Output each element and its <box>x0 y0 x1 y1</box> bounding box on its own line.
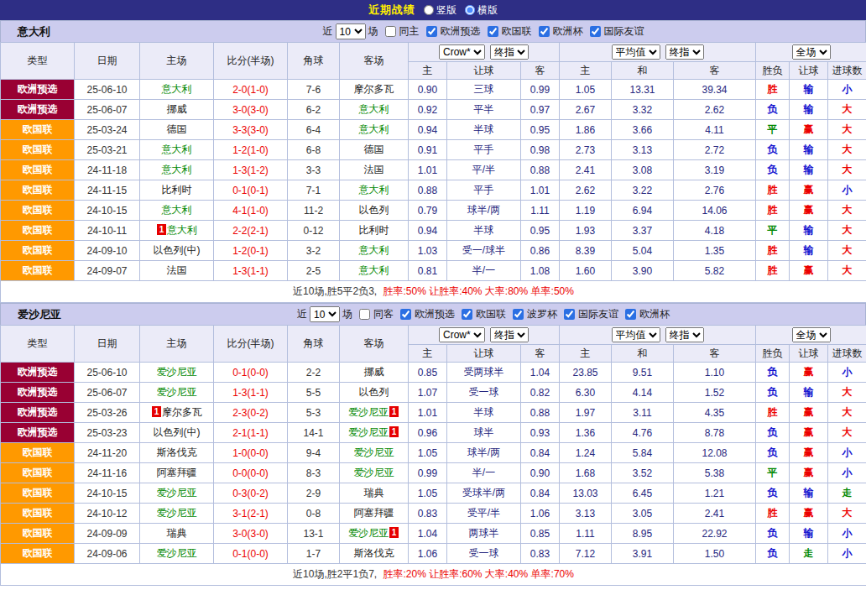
competition-checkbox-0[interactable] <box>426 26 437 37</box>
home-team-name: 法国 <box>167 264 187 276</box>
result-goals-cell: 大 <box>828 423 866 443</box>
odds-away-cell: 0.82 <box>521 383 560 403</box>
average-stage-select[interactable]: 终指 <box>665 327 704 342</box>
home-team-cell: 1意大利 <box>140 221 214 241</box>
avg-home-cell: 1.19 <box>560 201 612 221</box>
result-goals-cell: 小 <box>828 80 866 100</box>
score-cell: 3-0(3-0) <box>214 524 288 544</box>
home-team-name: 爱沙尼亚 <box>157 386 197 398</box>
odds-handicap-cell: 受平/半 <box>447 504 521 524</box>
home-team-cell: 爱沙尼亚 <box>140 363 214 383</box>
result-goals-cell: 小 <box>828 463 866 483</box>
result-handicap-cell: 赢 <box>790 463 828 483</box>
result-goals-cell: 大 <box>828 403 866 423</box>
odds-stage-select[interactable]: 终指 <box>490 327 529 342</box>
layout-radio-vertical-input[interactable] <box>424 5 434 15</box>
team-title: 意大利 <box>1 24 152 39</box>
table-row: 欧国联24-11-16阿塞拜疆0-0(0-0)8-3爱沙尼亚0.99半/一0.9… <box>1 463 866 483</box>
layout-radio-vertical[interactable]: 竖版 <box>424 3 456 18</box>
result-goals-cell: 大 <box>828 100 866 120</box>
result-outcome-cell: 胜 <box>756 180 790 201</box>
average-select[interactable]: 平均值 <box>612 44 660 60</box>
result-handicap-cell: 输 <box>790 140 828 160</box>
odds-away-cell: 1.04 <box>521 363 560 383</box>
result-outcome-cell: 平 <box>756 120 790 140</box>
competition-checkbox-1[interactable] <box>488 26 498 37</box>
recent-count-select[interactable]: 10 <box>336 23 366 39</box>
red-card-badge: 1 <box>157 224 166 235</box>
competition-checkbox-0[interactable] <box>400 309 411 320</box>
date-cell: 25-03-23 <box>75 423 140 443</box>
avg-away-cell: 4.18 <box>674 221 756 241</box>
odds-home-cell: 1.05 <box>409 443 447 463</box>
odds-stage-select[interactable]: 终指 <box>490 44 529 60</box>
avg-home-cell: 1.97 <box>560 403 612 423</box>
sub-col-header-0: 主 <box>409 345 447 363</box>
bookmaker-select[interactable]: Crow* <box>439 44 485 60</box>
date-cell: 24-11-16 <box>75 463 140 483</box>
table-foot: 近10场,胜2平1负7, 胜率:20% 让胜率:60% 大率:40% 单率:70… <box>1 564 866 586</box>
away-team-name: 意大利 <box>359 184 389 196</box>
avg-draw-cell: 3.11 <box>612 403 674 423</box>
layout-radio-horizontal-input[interactable] <box>465 5 475 15</box>
away-team-name: 德国 <box>364 144 384 155</box>
odds-away-cell: 0.85 <box>521 524 560 544</box>
table-row: 欧国联24-11-20斯洛伐克1-0(0-0)9-4爱沙尼亚1.05球半/两0.… <box>1 443 866 463</box>
same-venue-checkbox[interactable] <box>385 26 396 37</box>
home-team-name: 以色列(中) <box>154 426 201 438</box>
corner-cell: 5-5 <box>288 383 340 403</box>
competition-checkbox-3[interactable] <box>590 26 601 37</box>
recent-count-select[interactable]: 10 <box>310 306 340 322</box>
col-header-corner: 角球 <box>288 43 340 80</box>
sub-col-header-6: 胜负 <box>756 345 790 363</box>
odds-handicap-cell: 两球半 <box>447 524 521 544</box>
corner-cell: 1-7 <box>288 544 340 564</box>
competition-label-0: 欧洲预选 <box>415 307 455 321</box>
same-venue-checkbox[interactable] <box>359 309 370 320</box>
away-team-cell: 法国 <box>340 160 409 180</box>
average-select[interactable]: 平均值 <box>612 327 660 342</box>
competition-checkbox-2[interactable] <box>539 26 550 37</box>
competition-checkbox-2[interactable] <box>513 309 524 320</box>
odds-handicap-cell: 三球 <box>447 80 521 100</box>
sub-col-header-7: 让球 <box>790 62 828 80</box>
competition-checkbox-3[interactable] <box>564 309 575 320</box>
score-cell: 2-3(0-2) <box>214 403 288 423</box>
recent-label: 近 <box>297 307 307 321</box>
competition-checkbox-1[interactable] <box>462 309 472 320</box>
odds-handicap-cell: 半/一 <box>447 261 521 281</box>
layout-radio-horizontal[interactable]: 横版 <box>465 3 498 18</box>
result-outcome-cell: 胜 <box>756 201 790 221</box>
average-stage-select[interactable]: 终指 <box>665 44 704 60</box>
result-goals-cell: 大 <box>828 120 866 140</box>
result-outcome-cell: 负 <box>756 363 790 383</box>
avg-away-cell: 12.08 <box>674 443 756 463</box>
filter-bar: 近10场同客欧洲预选欧国联波罗杯国际友谊欧洲杯 <box>152 306 865 322</box>
table-row: 欧国联24-11-15比利时0-1(0-1)7-1意大利0.88平手1.012.… <box>1 180 866 201</box>
odds-handicap-cell: 半球 <box>447 403 521 423</box>
score-cell: 1-2(1-0) <box>214 140 288 160</box>
result-outcome-cell: 胜 <box>756 80 790 100</box>
home-team-name: 爱沙尼亚 <box>157 366 197 378</box>
summary-stats: 胜率:20% 让胜率:60% 大率:40% 单率:70% <box>383 568 573 580</box>
avg-home-cell: 13.03 <box>560 483 612 504</box>
competition-cell: 欧国联 <box>1 443 75 463</box>
home-team-name: 瑞典 <box>167 527 187 539</box>
away-team-cell: 意大利 <box>340 180 409 201</box>
avg-away-cell: 2.76 <box>674 180 756 201</box>
home-team-name: 意大利 <box>162 204 192 216</box>
table-row: 欧洲预选25-03-23以色列(中)2-1(1-1)14-1爱沙尼亚10.96球… <box>1 423 866 443</box>
away-team-cell: 挪威 <box>340 363 409 383</box>
fulltime-select[interactable]: 全场 <box>792 44 831 60</box>
competition-checkbox-4[interactable] <box>625 309 636 320</box>
corner-cell: 7-6 <box>288 80 340 100</box>
home-team-cell: 爱沙尼亚 <box>140 383 214 403</box>
avg-home-cell: 1.86 <box>560 120 612 140</box>
odds-handicap-cell: 半/一 <box>447 463 521 483</box>
bookmaker-select[interactable]: Crow* <box>439 327 485 342</box>
result-outcome-cell: 负 <box>756 443 790 463</box>
result-outcome-cell: 胜 <box>756 261 790 281</box>
layout-radio-vertical-label: 竖版 <box>436 3 456 18</box>
odds-home-cell: 0.99 <box>409 463 447 483</box>
fulltime-select[interactable]: 全场 <box>792 327 831 342</box>
